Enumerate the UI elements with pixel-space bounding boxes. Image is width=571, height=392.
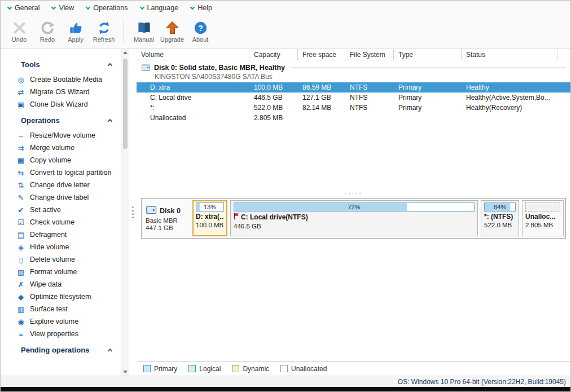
column-file-system[interactable]: File System <box>345 49 394 60</box>
empty-area <box>137 239 570 361</box>
cell-capacity: 100.0 MB <box>249 83 298 91</box>
refresh-icon <box>96 20 112 36</box>
partition-size: 446.5 GB <box>234 223 475 230</box>
sidebar-item-copy-volume[interactable]: ▦Copy volume <box>1 154 121 166</box>
sidebar-item-delete-volume[interactable]: ▯Delete volume <box>1 253 121 266</box>
sidebar-item-label: Merge volume <box>30 144 74 152</box>
chevron-up-icon <box>108 119 112 124</box>
menu-help[interactable]: Help <box>185 1 218 15</box>
sidebar-item-migrate-os-wizard[interactable]: ⇄Migrate OS Wizard <box>1 86 121 98</box>
scrollbar-thumb[interactable] <box>123 59 128 149</box>
cell-free: 86.59 MB <box>298 83 345 91</box>
partition-block-c-local-drive-ntfs[interactable]: 72%C: Local drive(NTFS)446.5 GB <box>230 200 478 236</box>
merge-volume-icon: ⇉ <box>16 144 25 152</box>
column-capacity[interactable]: Capacity <box>249 49 298 60</box>
column-free-space[interactable]: Free space <box>298 49 345 60</box>
sidebar-item-surface-test[interactable]: ▥Surface test <box>1 303 121 315</box>
partition-strip: 13%D: xtra(...100.0 MB72%C: Local drive(… <box>192 200 564 236</box>
sidebar-item-label: Optimize filesystem <box>30 293 91 301</box>
table-row[interactable]: *:522.0 MB82.14 MBNTFSPrimaryHealthy(Rec… <box>137 103 570 113</box>
partition-block-ntfs[interactable]: 84%*: (NTFS)522.0 MB <box>481 200 519 236</box>
explore-volume-icon: ◉ <box>16 318 25 326</box>
sidebar-item-set-active[interactable]: ✔Set active <box>1 204 121 216</box>
legend-color-box <box>232 365 239 372</box>
column-volume[interactable]: Volume <box>137 49 249 60</box>
chevron-down-icon <box>86 5 90 9</box>
toolbar-button-label: Redo <box>40 36 55 43</box>
partition-block-unalloc[interactable]: Unalloc...2.805 MB <box>522 200 564 236</box>
redo-icon <box>40 20 55 36</box>
disk-info-block[interactable]: Disk 0 Basic MBR 447.1 GB <box>143 200 190 236</box>
sidebar-item-change-drive-label[interactable]: ✎Change drive label <box>1 191 121 204</box>
sidebar-item-resize-move-volume[interactable]: ⇔Resize/Move volume <box>1 129 121 142</box>
section-pending-operations[interactable]: Pending operations <box>1 340 121 359</box>
table-row[interactable]: D: xtra100.0 MB86.59 MBNTFSPrimaryHealth… <box>137 82 570 93</box>
section-operations[interactable]: Operations <box>1 111 121 129</box>
disk-group-header[interactable]: Disk 0: Solid state, Basic MBR, Healthy … <box>137 60 570 82</box>
sidebar-item-change-drive-letter[interactable]: ⇅Change drive letter <box>1 179 121 191</box>
legend-primary: Primary <box>143 365 177 373</box>
legend-label: Logical <box>199 365 221 373</box>
disk-size: 447.1 GB <box>146 224 187 231</box>
apply-button[interactable]: Apply <box>62 19 90 45</box>
scroll-down-icon[interactable] <box>123 371 128 373</box>
sidebar-item-label: Clone Disk Wizard <box>30 100 88 108</box>
upgrade-button[interactable]: Upgrade <box>158 19 186 45</box>
undo-button[interactable]: Undo <box>5 19 33 45</box>
menu-label: Language <box>147 4 179 12</box>
partition-label: C: Local drive(NTFS) <box>234 213 475 222</box>
sidebar-item-clone-disk-wizard[interactable]: ▣Clone Disk Wizard <box>1 98 121 111</box>
sidebar-item-view-properties[interactable]: ≡View properties <box>1 328 121 340</box>
cell-status: Healthy(Recovery) <box>462 104 557 112</box>
hide-volume-icon: ◈ <box>16 243 25 252</box>
about-button[interactable]: ?About <box>186 19 214 45</box>
section-tools[interactable]: Tools <box>1 55 121 73</box>
horizontal-splitter[interactable] <box>137 189 570 197</box>
menu-general[interactable]: General <box>2 1 46 15</box>
menu-label: View <box>59 4 74 12</box>
sidebar-item-explore-volume[interactable]: ◉Explore volume <box>1 315 121 328</box>
sidebar-item-create-bootable-media[interactable]: ◎Create Bootable Media <box>1 73 121 86</box>
toolbar-button-label: Manual <box>134 36 154 43</box>
scroll-up-icon[interactable] <box>123 51 128 54</box>
partition-block-d-xtra[interactable]: 13%D: xtra(...100.0 MB <box>192 200 227 236</box>
sidebar-item-wipe-data[interactable]: ✗Wipe data <box>1 278 121 290</box>
usage-percent: 13% <box>196 203 223 211</box>
sidebar-item-format-volume[interactable]: ▧Format volume <box>1 266 121 278</box>
menu-bar: GeneralViewOperationsLanguageHelp <box>1 1 570 15</box>
sidebar-item-optimize-filesystem[interactable]: ◆Optimize filesystem <box>1 290 121 303</box>
redo-button[interactable]: Redo <box>33 19 62 45</box>
table-header: Volume Capacity Free space File System T… <box>137 49 570 60</box>
partition-name: Unalloc... <box>525 213 555 221</box>
manual-button[interactable]: Manual <box>130 19 158 45</box>
vertical-splitter[interactable] <box>129 49 137 376</box>
partition-size: 100.0 MB <box>196 222 224 228</box>
menu-operations[interactable]: Operations <box>80 1 134 15</box>
sidebar-item-label: Set active <box>30 206 61 214</box>
upgrade-icon <box>165 20 180 36</box>
sidebar-item-label: Explore volume <box>30 318 78 325</box>
toolbar-button-label: Apply <box>68 36 84 43</box>
sidebar-item-defragment[interactable]: ▤Defragment <box>1 228 121 241</box>
sidebar-scrollbar[interactable] <box>121 49 129 376</box>
sidebar-item-label: Resize/Move volume <box>30 131 95 139</box>
table-row[interactable]: Unallocated2.805 MB <box>137 113 570 123</box>
column-type[interactable]: Type <box>394 49 462 60</box>
refresh-button[interactable]: Refresh <box>90 19 118 45</box>
sidebar-item-label: Check volume <box>30 218 74 226</box>
sidebar-item-check-volume[interactable]: ☑Check volume <box>1 216 121 228</box>
cell-status: Healthy <box>462 83 557 91</box>
sidebar-item-convert-to-logical-partition[interactable]: ⇆Convert to logical partition <box>1 166 121 179</box>
svg-text:?: ? <box>198 23 203 32</box>
cell-capacity: 446.5 GB <box>249 94 298 102</box>
sidebar-item-merge-volume[interactable]: ⇉Merge volume <box>1 142 121 154</box>
sidebar-item-hide-volume[interactable]: ◈Hide volume <box>1 241 121 253</box>
column-status[interactable]: Status <box>462 49 557 60</box>
sidebar-item-label: Copy volume <box>30 156 71 164</box>
boot-flag-icon <box>234 213 239 222</box>
menu-view[interactable]: View <box>46 1 80 15</box>
status-bar: OS: Windows 10 Pro 64-bit (Version:22H2,… <box>1 376 570 387</box>
legend-logical: Logical <box>188 365 221 373</box>
table-row[interactable]: C: Local drive446.5 GB127.1 GBNTFSPrimar… <box>137 93 570 103</box>
menu-language[interactable]: Language <box>134 1 185 15</box>
